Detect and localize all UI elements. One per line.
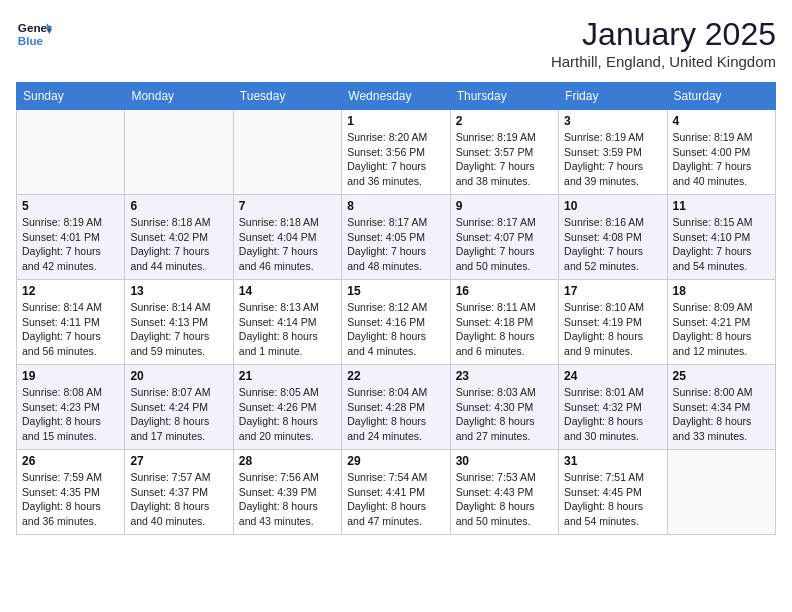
table-row: 30Sunrise: 7:53 AM Sunset: 4:43 PM Dayli…	[450, 450, 558, 535]
day-number: 6	[130, 199, 227, 213]
table-row: 13Sunrise: 8:14 AM Sunset: 4:13 PM Dayli…	[125, 280, 233, 365]
table-row: 11Sunrise: 8:15 AM Sunset: 4:10 PM Dayli…	[667, 195, 775, 280]
calendar-week-row: 26Sunrise: 7:59 AM Sunset: 4:35 PM Dayli…	[17, 450, 776, 535]
table-row: 28Sunrise: 7:56 AM Sunset: 4:39 PM Dayli…	[233, 450, 341, 535]
table-row: 27Sunrise: 7:57 AM Sunset: 4:37 PM Dayli…	[125, 450, 233, 535]
day-info: Sunrise: 8:17 AM Sunset: 4:07 PM Dayligh…	[456, 215, 553, 274]
day-info: Sunrise: 8:19 AM Sunset: 3:57 PM Dayligh…	[456, 130, 553, 189]
day-info: Sunrise: 7:53 AM Sunset: 4:43 PM Dayligh…	[456, 470, 553, 529]
day-info: Sunrise: 8:05 AM Sunset: 4:26 PM Dayligh…	[239, 385, 336, 444]
day-info: Sunrise: 8:19 AM Sunset: 4:00 PM Dayligh…	[673, 130, 770, 189]
table-row	[125, 110, 233, 195]
day-number: 5	[22, 199, 119, 213]
day-number: 4	[673, 114, 770, 128]
table-row: 5Sunrise: 8:19 AM Sunset: 4:01 PM Daylig…	[17, 195, 125, 280]
day-number: 12	[22, 284, 119, 298]
table-row: 31Sunrise: 7:51 AM Sunset: 4:45 PM Dayli…	[559, 450, 667, 535]
day-info: Sunrise: 8:01 AM Sunset: 4:32 PM Dayligh…	[564, 385, 661, 444]
table-row: 2Sunrise: 8:19 AM Sunset: 3:57 PM Daylig…	[450, 110, 558, 195]
table-row: 26Sunrise: 7:59 AM Sunset: 4:35 PM Dayli…	[17, 450, 125, 535]
table-row: 3Sunrise: 8:19 AM Sunset: 3:59 PM Daylig…	[559, 110, 667, 195]
month-title: January 2025	[551, 16, 776, 53]
day-number: 7	[239, 199, 336, 213]
header-friday: Friday	[559, 83, 667, 110]
day-info: Sunrise: 8:16 AM Sunset: 4:08 PM Dayligh…	[564, 215, 661, 274]
day-info: Sunrise: 7:51 AM Sunset: 4:45 PM Dayligh…	[564, 470, 661, 529]
day-number: 2	[456, 114, 553, 128]
day-info: Sunrise: 8:00 AM Sunset: 4:34 PM Dayligh…	[673, 385, 770, 444]
day-number: 31	[564, 454, 661, 468]
day-number: 3	[564, 114, 661, 128]
day-number: 14	[239, 284, 336, 298]
table-row: 25Sunrise: 8:00 AM Sunset: 4:34 PM Dayli…	[667, 365, 775, 450]
day-number: 16	[456, 284, 553, 298]
day-number: 20	[130, 369, 227, 383]
title-area: January 2025 Harthill, England, United K…	[551, 16, 776, 70]
table-row	[17, 110, 125, 195]
day-info: Sunrise: 8:18 AM Sunset: 4:04 PM Dayligh…	[239, 215, 336, 274]
day-number: 9	[456, 199, 553, 213]
table-row: 6Sunrise: 8:18 AM Sunset: 4:02 PM Daylig…	[125, 195, 233, 280]
table-row: 29Sunrise: 7:54 AM Sunset: 4:41 PM Dayli…	[342, 450, 450, 535]
day-info: Sunrise: 8:20 AM Sunset: 3:56 PM Dayligh…	[347, 130, 444, 189]
calendar-week-row: 5Sunrise: 8:19 AM Sunset: 4:01 PM Daylig…	[17, 195, 776, 280]
day-info: Sunrise: 8:12 AM Sunset: 4:16 PM Dayligh…	[347, 300, 444, 359]
day-number: 27	[130, 454, 227, 468]
calendar-table: Sunday Monday Tuesday Wednesday Thursday…	[16, 82, 776, 535]
logo: General Blue	[16, 16, 52, 52]
table-row	[667, 450, 775, 535]
header-thursday: Thursday	[450, 83, 558, 110]
day-info: Sunrise: 8:14 AM Sunset: 4:13 PM Dayligh…	[130, 300, 227, 359]
header-sunday: Sunday	[17, 83, 125, 110]
svg-text:Blue: Blue	[18, 34, 44, 47]
day-number: 21	[239, 369, 336, 383]
calendar-week-row: 1Sunrise: 8:20 AM Sunset: 3:56 PM Daylig…	[17, 110, 776, 195]
day-number: 15	[347, 284, 444, 298]
day-number: 28	[239, 454, 336, 468]
table-row: 9Sunrise: 8:17 AM Sunset: 4:07 PM Daylig…	[450, 195, 558, 280]
day-number: 23	[456, 369, 553, 383]
day-number: 17	[564, 284, 661, 298]
header-tuesday: Tuesday	[233, 83, 341, 110]
header-saturday: Saturday	[667, 83, 775, 110]
day-number: 10	[564, 199, 661, 213]
table-row: 22Sunrise: 8:04 AM Sunset: 4:28 PM Dayli…	[342, 365, 450, 450]
day-number: 13	[130, 284, 227, 298]
day-info: Sunrise: 8:09 AM Sunset: 4:21 PM Dayligh…	[673, 300, 770, 359]
header-monday: Monday	[125, 83, 233, 110]
day-info: Sunrise: 8:17 AM Sunset: 4:05 PM Dayligh…	[347, 215, 444, 274]
day-number: 26	[22, 454, 119, 468]
day-number: 24	[564, 369, 661, 383]
table-row: 14Sunrise: 8:13 AM Sunset: 4:14 PM Dayli…	[233, 280, 341, 365]
day-info: Sunrise: 8:10 AM Sunset: 4:19 PM Dayligh…	[564, 300, 661, 359]
day-number: 30	[456, 454, 553, 468]
day-info: Sunrise: 8:13 AM Sunset: 4:14 PM Dayligh…	[239, 300, 336, 359]
table-row: 7Sunrise: 8:18 AM Sunset: 4:04 PM Daylig…	[233, 195, 341, 280]
table-row: 10Sunrise: 8:16 AM Sunset: 4:08 PM Dayli…	[559, 195, 667, 280]
day-info: Sunrise: 8:08 AM Sunset: 4:23 PM Dayligh…	[22, 385, 119, 444]
table-row: 12Sunrise: 8:14 AM Sunset: 4:11 PM Dayli…	[17, 280, 125, 365]
table-row: 17Sunrise: 8:10 AM Sunset: 4:19 PM Dayli…	[559, 280, 667, 365]
day-info: Sunrise: 8:19 AM Sunset: 3:59 PM Dayligh…	[564, 130, 661, 189]
location: Harthill, England, United Kingdom	[551, 53, 776, 70]
day-number: 11	[673, 199, 770, 213]
table-row: 19Sunrise: 8:08 AM Sunset: 4:23 PM Dayli…	[17, 365, 125, 450]
day-info: Sunrise: 7:56 AM Sunset: 4:39 PM Dayligh…	[239, 470, 336, 529]
day-info: Sunrise: 8:19 AM Sunset: 4:01 PM Dayligh…	[22, 215, 119, 274]
table-row: 1Sunrise: 8:20 AM Sunset: 3:56 PM Daylig…	[342, 110, 450, 195]
day-number: 19	[22, 369, 119, 383]
table-row: 16Sunrise: 8:11 AM Sunset: 4:18 PM Dayli…	[450, 280, 558, 365]
day-info: Sunrise: 8:14 AM Sunset: 4:11 PM Dayligh…	[22, 300, 119, 359]
calendar-week-row: 12Sunrise: 8:14 AM Sunset: 4:11 PM Dayli…	[17, 280, 776, 365]
table-row: 23Sunrise: 8:03 AM Sunset: 4:30 PM Dayli…	[450, 365, 558, 450]
day-number: 8	[347, 199, 444, 213]
header-wednesday: Wednesday	[342, 83, 450, 110]
table-row: 24Sunrise: 8:01 AM Sunset: 4:32 PM Dayli…	[559, 365, 667, 450]
day-number: 18	[673, 284, 770, 298]
table-row: 20Sunrise: 8:07 AM Sunset: 4:24 PM Dayli…	[125, 365, 233, 450]
day-info: Sunrise: 7:59 AM Sunset: 4:35 PM Dayligh…	[22, 470, 119, 529]
day-info: Sunrise: 7:54 AM Sunset: 4:41 PM Dayligh…	[347, 470, 444, 529]
day-info: Sunrise: 7:57 AM Sunset: 4:37 PM Dayligh…	[130, 470, 227, 529]
page-header: General Blue January 2025 Harthill, Engl…	[16, 16, 776, 70]
table-row: 8Sunrise: 8:17 AM Sunset: 4:05 PM Daylig…	[342, 195, 450, 280]
